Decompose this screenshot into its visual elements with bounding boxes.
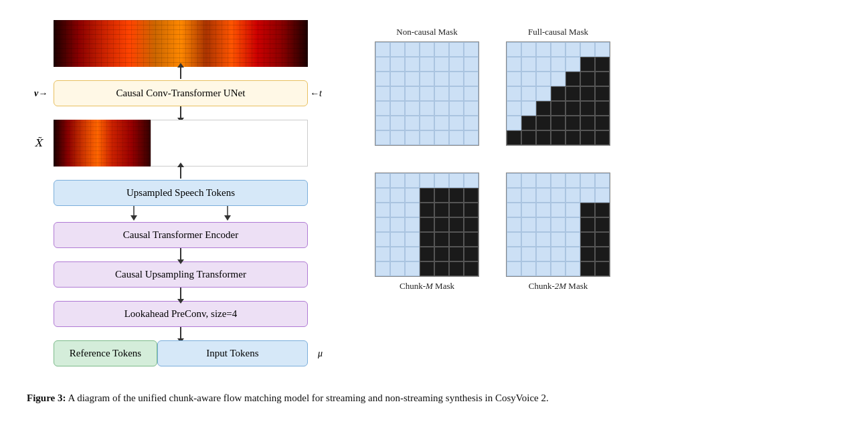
mask-cell <box>420 188 434 203</box>
mask-cell <box>551 247 566 261</box>
mask-cell <box>464 101 479 116</box>
mask-cell <box>507 42 521 57</box>
mask-cell <box>390 130 405 145</box>
mask-cell <box>507 217 521 232</box>
mask-cell <box>420 247 434 261</box>
mask-cell <box>375 232 390 247</box>
mask-cell <box>449 261 464 276</box>
mask-cell <box>375 86 390 101</box>
reference-tokens-box: Reference Tokens <box>54 340 157 366</box>
arrow-up-2 <box>180 167 181 179</box>
mask-cell <box>405 232 420 247</box>
mask-cell <box>507 130 521 145</box>
mask-cell <box>536 188 551 203</box>
mask-cell <box>507 232 521 247</box>
mu-label: μ <box>318 348 323 359</box>
mask-cell <box>507 86 521 101</box>
mask-cell <box>566 203 580 217</box>
mask-cell <box>536 57 551 72</box>
token-row: Reference Tokens Input Tokens μ <box>54 340 308 366</box>
mask-cell <box>595 173 610 188</box>
mask-cell <box>595 232 610 247</box>
mask-cell <box>464 203 479 217</box>
mask-row-bottom: Chunk-M Mask Chunk-2M Mask <box>375 173 610 292</box>
mask-cell <box>566 188 580 203</box>
mask-cell <box>375 188 390 203</box>
mask-cell <box>405 217 420 232</box>
mask-cell <box>536 42 551 57</box>
mask-cell <box>420 173 434 188</box>
diagram-area: v→ Causal Conv-Transformer UNet ←t X̃ <box>27 13 841 373</box>
mask-cell <box>449 130 464 145</box>
mask-cell <box>551 203 566 217</box>
mask-cell <box>464 86 479 101</box>
mask-cell <box>464 232 479 247</box>
mask-cell <box>536 86 551 101</box>
mask-cell <box>580 86 595 101</box>
mask-cell <box>420 232 434 247</box>
mask-cell <box>566 130 580 145</box>
mask-cell <box>580 57 595 72</box>
preconv-box: Lookahead PreConv, size=4 <box>54 301 308 327</box>
mask-cell <box>536 247 551 261</box>
mask-cell <box>390 116 405 130</box>
mask-cell <box>551 72 566 86</box>
mask-cell <box>375 72 390 86</box>
mask-cell <box>521 247 536 261</box>
mask-cell <box>566 261 580 276</box>
mask-cell <box>434 247 449 261</box>
mask-cell <box>375 261 390 276</box>
mask-cell <box>464 173 479 188</box>
mask-cell <box>566 247 580 261</box>
mask-cell <box>580 188 595 203</box>
mask-cell <box>405 42 420 57</box>
mask-cell <box>449 101 464 116</box>
causal-unet-box: v→ Causal Conv-Transformer UNet ←t <box>54 80 308 106</box>
mask-cell <box>521 101 536 116</box>
mask-chunk-m-grid <box>375 173 479 277</box>
mask-cell <box>464 247 479 261</box>
mask-cell <box>390 203 405 217</box>
mask-cell <box>390 217 405 232</box>
mask-cell <box>464 116 479 130</box>
mask-cell <box>521 173 536 188</box>
mask-cell <box>580 203 595 217</box>
mask-cell <box>405 261 420 276</box>
mask-cell <box>521 130 536 145</box>
mask-cell <box>521 57 536 72</box>
arrow-down-1 <box>180 106 181 118</box>
mask-cell <box>507 72 521 86</box>
mask-cell <box>420 72 434 86</box>
mask-cell <box>375 42 390 57</box>
mask-cell <box>390 101 405 116</box>
mask-cell <box>405 203 420 217</box>
mask-cell <box>536 116 551 130</box>
mask-cell <box>566 72 580 86</box>
mask-cell <box>449 188 464 203</box>
mask-cell <box>390 42 405 57</box>
arrow-down-4 <box>180 327 181 339</box>
mask-cell <box>375 57 390 72</box>
mask-cell <box>405 173 420 188</box>
mask-cell <box>566 173 580 188</box>
mask-cell <box>390 188 405 203</box>
mask-cell <box>449 86 464 101</box>
mask-cell <box>521 86 536 101</box>
mask-cell <box>405 247 420 261</box>
mask-cell <box>434 101 449 116</box>
mask-cell <box>551 261 566 276</box>
mask-cell <box>566 232 580 247</box>
mask-non-causal-grid <box>375 41 479 146</box>
mask-cell <box>434 72 449 86</box>
mask-cell <box>420 217 434 232</box>
mask-cell <box>375 247 390 261</box>
upsampling-box: Causal Upsampling Transformer <box>54 261 308 288</box>
spectrogram-right-empty <box>151 120 308 167</box>
mask-cell <box>449 116 464 130</box>
mask-cell <box>390 86 405 101</box>
mask-cell <box>536 217 551 232</box>
mask-cell <box>566 101 580 116</box>
caption-label: Figure 3: <box>27 393 66 403</box>
mask-cell <box>420 203 434 217</box>
mask-cell <box>566 86 580 101</box>
